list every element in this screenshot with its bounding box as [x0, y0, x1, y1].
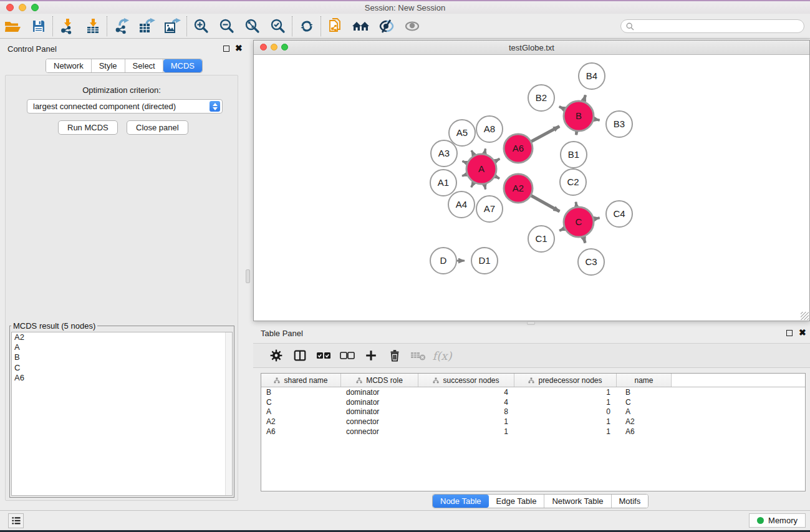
cell-mcds_role[interactable]: connector	[341, 417, 418, 426]
result-item[interactable]: A6	[12, 373, 232, 383]
tab-network-table[interactable]: Network Table	[544, 495, 611, 508]
cell-successor_nodes[interactable]: 8	[418, 407, 514, 416]
table-row[interactable]: Bdominator41B	[261, 387, 805, 397]
result-item[interactable]: C	[12, 363, 232, 373]
criterion-select[interactable]: largest connected component (directed)	[27, 99, 223, 114]
result-item[interactable]: A	[12, 342, 232, 352]
add-column-button[interactable]	[359, 345, 383, 366]
cell-successor_nodes[interactable]: 1	[418, 417, 514, 426]
graph-edge-C-C1[interactable]	[559, 228, 564, 231]
refresh-button[interactable]	[294, 15, 319, 37]
graph-edge-C-C3[interactable]	[584, 237, 586, 243]
cell-predecessor_nodes[interactable]: 0	[514, 407, 617, 416]
open-session-button[interactable]	[0, 15, 26, 37]
window-resize-grip[interactable]	[801, 312, 809, 320]
graph-edge-A-A5[interactable]	[471, 150, 474, 155]
table-options-button[interactable]	[264, 345, 288, 366]
save-session-button[interactable]	[26, 15, 51, 37]
graph-edge-B-B2[interactable]	[559, 107, 565, 109]
graph-edge-A2-C[interactable]	[531, 196, 559, 211]
control-panel-close-icon[interactable]: ✖	[235, 44, 243, 52]
select-all-columns-button[interactable]	[312, 345, 335, 366]
table-row[interactable]: Adominator80A	[261, 407, 805, 417]
search-field[interactable]	[620, 19, 804, 33]
cell-mcds_role[interactable]: connector	[341, 427, 418, 436]
graph-edge-B-B1[interactable]	[576, 132, 577, 135]
table-panel-float-icon[interactable]	[786, 330, 793, 336]
cell-predecessor_nodes[interactable]: 1	[514, 427, 617, 436]
graph-edge-A6-B[interactable]	[531, 127, 559, 142]
zoom-out-button[interactable]	[214, 15, 239, 37]
show-hide-graphics-button[interactable]	[374, 15, 399, 37]
search-input[interactable]	[637, 22, 799, 31]
tab-edge-table[interactable]: Edge Table	[489, 495, 545, 508]
cell-shared_name[interactable]: A	[261, 407, 341, 416]
tab-motifs[interactable]: Motifs	[612, 495, 648, 508]
zoom-fit-button[interactable]	[239, 15, 265, 37]
graph-edge-A-A7[interactable]	[485, 185, 486, 190]
task-history-button[interactable]	[8, 513, 24, 528]
cell-name[interactable]: A2	[617, 417, 672, 426]
graph-edge-A-A3[interactable]	[463, 161, 467, 163]
cell-name[interactable]: A	[617, 407, 672, 416]
cell-predecessor_nodes[interactable]: 1	[514, 388, 617, 397]
graph-edge-C-C2[interactable]	[576, 202, 577, 207]
result-item[interactable]: B	[12, 352, 232, 362]
clone-network-button[interactable]	[322, 15, 348, 37]
tab-mcds[interactable]: MCDS	[163, 59, 202, 72]
result-item[interactable]: A2	[12, 332, 232, 342]
cell-shared_name[interactable]: A6	[261, 427, 341, 436]
cell-mcds_role[interactable]: dominator	[341, 388, 418, 397]
control-panel-float-icon[interactable]	[223, 46, 229, 52]
preview-eye-button[interactable]	[399, 15, 425, 37]
graph-edge-A-A1[interactable]	[462, 175, 466, 177]
mcds-result-list[interactable]: A2ABCA6	[11, 332, 233, 496]
run-mcds-button[interactable]: Run MCDS	[58, 120, 118, 135]
cell-shared_name[interactable]: C	[261, 398, 341, 407]
graph-edge-A-A2[interactable]	[495, 177, 499, 179]
network-graph-canvas[interactable]: B4B2BB3A5A8A6A3B1AA1C2A2A4A7C4CC1C3DD1	[254, 55, 810, 321]
delete-column-button[interactable]	[383, 345, 407, 366]
table-row[interactable]: Cdominator41C	[261, 397, 805, 407]
export-image-button[interactable]	[160, 15, 185, 37]
zoom-selected-button[interactable]	[265, 15, 291, 37]
graph-edge-C-C4[interactable]	[594, 218, 600, 219]
column-header-name[interactable]: name	[617, 374, 672, 387]
export-table-button[interactable]	[134, 15, 160, 37]
graph-edge-B-B3[interactable]	[594, 119, 600, 120]
cell-name[interactable]: A6	[617, 427, 672, 436]
deselect-all-columns-button[interactable]	[335, 345, 359, 366]
memory-button[interactable]: Memory	[749, 513, 806, 528]
cell-mcds_role[interactable]: dominator	[341, 407, 418, 416]
cell-predecessor_nodes[interactable]: 1	[514, 398, 617, 407]
tab-style[interactable]: Style	[92, 59, 125, 72]
graph-edge-A-A4[interactable]	[471, 183, 474, 187]
column-header-successor-nodes[interactable]: successor nodes	[418, 374, 514, 387]
column-header-MCDS-role[interactable]: MCDS role	[341, 374, 418, 387]
show-columns-button[interactable]	[288, 345, 312, 366]
vertical-split-grabber[interactable]	[246, 269, 250, 283]
table-row[interactable]: A2connector11A2	[261, 417, 805, 427]
cell-successor_nodes[interactable]: 1	[418, 427, 514, 436]
column-header-shared-name[interactable]: shared name	[261, 374, 341, 387]
column-header-predecessor-nodes[interactable]: predecessor nodes	[514, 374, 617, 387]
tab-network[interactable]: Network	[46, 59, 92, 72]
export-network-button[interactable]	[108, 15, 134, 37]
cell-shared_name[interactable]: A2	[261, 417, 341, 426]
cell-mcds_role[interactable]: dominator	[341, 398, 418, 407]
import-table-button[interactable]	[80, 15, 105, 37]
table-row[interactable]: A6connector11A6	[261, 427, 805, 437]
cell-shared_name[interactable]: B	[261, 388, 341, 397]
zoom-in-button[interactable]	[188, 15, 214, 37]
table-panel-close-icon[interactable]: ✖	[799, 328, 806, 337]
close-panel-button[interactable]: Close panel	[127, 120, 188, 135]
cell-name[interactable]: C	[617, 398, 672, 407]
import-network-button[interactable]	[54, 15, 80, 37]
tab-node-table[interactable]: Node Table	[433, 495, 489, 508]
cell-successor_nodes[interactable]: 4	[418, 388, 514, 397]
graph-edge-A-A8[interactable]	[485, 148, 486, 153]
home-button[interactable]	[348, 15, 374, 37]
network-window-titlebar[interactable]: testGlobe.txt	[254, 41, 809, 55]
cell-name[interactable]: B	[617, 388, 672, 397]
tab-select[interactable]: Select	[125, 59, 163, 72]
